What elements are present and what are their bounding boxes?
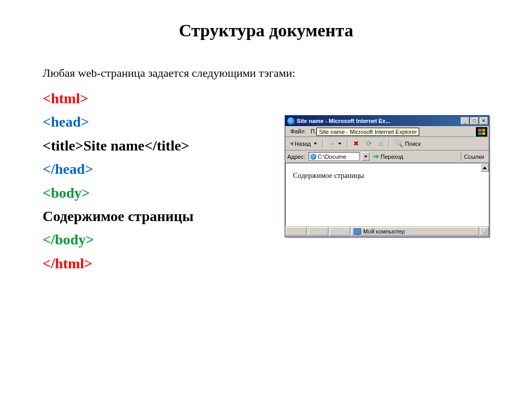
back-button-label: Назад — [295, 141, 311, 147]
status-zone-label: Мой компьютер — [363, 228, 405, 235]
minimize-button[interactable]: _ — [461, 117, 469, 125]
menu-file[interactable]: Файл — [287, 127, 308, 135]
refresh-button[interactable]: ⟳ — [364, 139, 375, 148]
status-cell — [286, 227, 307, 236]
toolbar-separator — [389, 140, 389, 148]
title-tag-content: Site name — [84, 138, 144, 154]
links-button[interactable]: Ссылки — [461, 153, 487, 161]
go-arrow-icon — [373, 154, 379, 160]
search-button-label: Поиск — [405, 141, 420, 147]
status-cell — [329, 227, 350, 236]
page-body-text: Содержимое страницы — [293, 172, 364, 180]
ie-app-icon — [287, 117, 295, 125]
stop-button[interactable]: ✖ — [351, 139, 362, 148]
forward-button[interactable]: → — [326, 139, 344, 148]
search-icon: 🔍 — [395, 140, 403, 147]
stop-icon: ✖ — [353, 140, 359, 147]
search-button[interactable]: 🔍 Поиск — [392, 139, 423, 148]
intro-text: Любая web-страница задается следующими т… — [43, 66, 489, 80]
grip-icon — [482, 229, 487, 234]
caption-buttons: _ □ ✕ — [461, 117, 488, 125]
close-button[interactable]: ✕ — [480, 117, 488, 125]
title-tag-open: <title> — [43, 138, 84, 154]
toolbar-separator — [323, 140, 323, 148]
arrow-left-icon — [290, 142, 293, 146]
code-line-html-open: <html> — [43, 87, 489, 109]
slide-title: Структура документа — [0, 21, 532, 40]
ie-addressbar: Адрес: C:\Docume Переход Ссылки — [285, 150, 489, 163]
back-button[interactable]: Назад — [287, 139, 320, 148]
ie-statusbar: Мой компьютер — [285, 226, 489, 237]
go-button-label: Переход — [381, 154, 404, 160]
ie-content-area: Содержимое страницы — [285, 163, 489, 226]
ie-window-title: Site name - Microsoft Internet Ex... — [297, 118, 461, 124]
refresh-icon: ⟳ — [366, 140, 372, 147]
chevron-down-icon — [364, 156, 367, 158]
home-button[interactable]: ⌂ — [377, 139, 386, 148]
scroll-up-button[interactable] — [481, 163, 489, 172]
resize-grip[interactable] — [480, 227, 488, 236]
ie-titlebar[interactable]: Site name - Microsoft Internet Ex... _ □… — [285, 116, 489, 126]
ie-toolbar: Назад → ✖ ⟳ ⌂ 🔍 Поиск — [285, 137, 489, 150]
address-value: C:\Docume — [318, 154, 347, 160]
page-icon — [310, 154, 316, 160]
title-tag-close: </title> — [144, 138, 189, 154]
address-input[interactable]: C:\Docume — [309, 152, 360, 161]
home-icon: ⌂ — [379, 140, 383, 147]
address-dropdown-button[interactable] — [362, 152, 369, 161]
address-label: Адрес: — [287, 154, 307, 160]
title-tooltip: Site name - Microsoft Internet Explorer — [316, 128, 419, 136]
windows-logo-icon — [476, 127, 487, 136]
code-line-html-close: </html> — [43, 252, 489, 275]
arrow-right-icon: → — [329, 140, 336, 147]
chevron-down-icon — [338, 143, 341, 145]
go-button[interactable]: Переход — [371, 153, 405, 161]
ie-window: Site name - Microsoft Internet Ex... _ □… — [285, 115, 489, 237]
chevron-down-icon — [314, 143, 317, 145]
ie-menubar: Файл П... Site name - Microsoft Internet… — [285, 126, 489, 137]
toolbar-separator — [347, 140, 348, 148]
maximize-button[interactable]: □ — [470, 117, 478, 125]
slide: Структура документа Любая web-страница з… — [0, 0, 532, 398]
status-cell — [308, 227, 328, 236]
arrow-up-icon — [483, 167, 487, 169]
status-zone: Мой компьютер — [351, 227, 479, 236]
computer-icon — [354, 228, 361, 235]
